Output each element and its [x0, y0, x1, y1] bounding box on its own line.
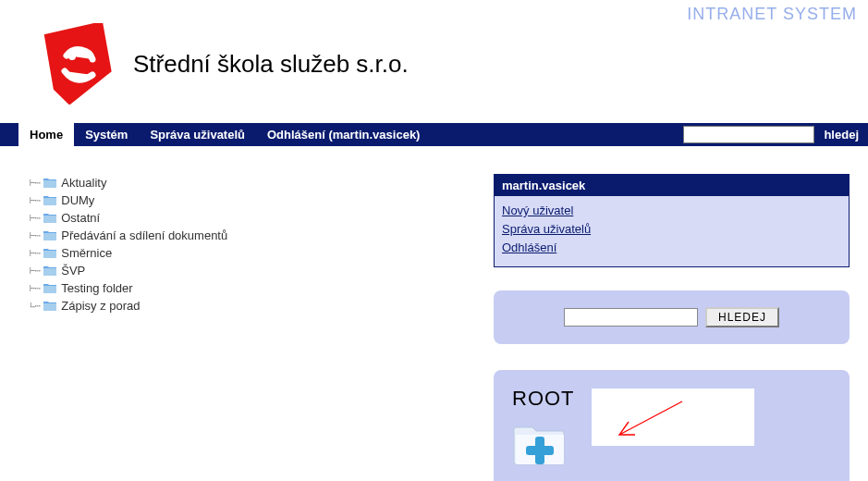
school-logo-icon	[39, 23, 113, 105]
left-column: ⊢⋯Aktuality ⊢⋯DUMy ⊢⋯Ostatní ⊢⋯Předávání…	[0, 174, 494, 481]
nav-user-admin[interactable]: Správa uživatelů	[139, 123, 256, 146]
arrow-icon	[608, 398, 691, 444]
folder-icon	[43, 178, 56, 188]
tree-connector-icon: ⊢⋯	[30, 212, 40, 224]
tree-connector-icon: ⊢⋯	[30, 265, 40, 277]
root-label: ROOT	[512, 387, 575, 411]
tree-item[interactable]: ⊢⋯DUMy	[30, 191, 494, 209]
folder-icon	[43, 195, 56, 205]
add-folder-button[interactable]	[512, 420, 575, 473]
tree-item[interactable]: ⊢⋯Testing folder	[30, 279, 494, 297]
right-column: martin.vasicek Nový uživatel Správa uživ…	[494, 174, 868, 481]
folder-icon	[43, 230, 56, 240]
svg-point-0	[68, 53, 76, 60]
tree-connector-icon: ⊢⋯	[30, 229, 40, 241]
tree-item-label: Testing folder	[61, 281, 132, 295]
tree-item-label: Předávání a sdílení dokumentů	[61, 228, 227, 242]
svg-rect-2	[526, 446, 554, 455]
user-box-username: martin.vasicek	[495, 175, 849, 196]
tree-item-label: Směrnice	[61, 246, 112, 260]
tree-item[interactable]: ⊢⋯Ostatní	[30, 209, 494, 227]
tree-connector-icon: ⊢⋯	[30, 177, 40, 189]
link-logout[interactable]: Odhlášení	[502, 239, 841, 257]
main-navbar: Home Systém Správa uživatelů Odhlášení (…	[0, 123, 868, 146]
tree-item[interactable]: ∟⋯Zápisy z porad	[30, 297, 494, 314]
tree-item-label: ŠVP	[61, 264, 85, 278]
tree-item-label: Zápisy z porad	[61, 299, 140, 313]
nav-system[interactable]: Systém	[74, 123, 139, 146]
nav-search-area: hledej	[683, 123, 868, 146]
folder-icon	[43, 301, 56, 311]
nav-home[interactable]: Home	[18, 123, 74, 146]
page-header: INTRANET SYSTEM Střední škola služeb s.r…	[0, 0, 868, 123]
tree-item-label: Ostatní	[61, 211, 100, 225]
root-panel: ROOT	[494, 370, 850, 481]
user-box: martin.vasicek Nový uživatel Správa uživ…	[494, 174, 850, 267]
search-panel: HLEDEJ	[494, 290, 850, 344]
add-folder-icon	[512, 420, 568, 470]
svg-line-3	[619, 401, 682, 435]
folder-icon	[43, 248, 56, 258]
search-input[interactable]	[564, 308, 698, 327]
nav-search-input[interactable]	[683, 126, 814, 143]
folder-icon	[43, 213, 56, 223]
folder-tree: ⊢⋯Aktuality ⊢⋯DUMy ⊢⋯Ostatní ⊢⋯Předávání…	[30, 174, 494, 314]
root-left: ROOT	[512, 387, 575, 473]
tree-connector-icon: ⊢⋯	[30, 282, 40, 294]
school-name: Střední škola služeb s.r.o.	[133, 50, 409, 79]
tree-connector-icon: ∟⋯	[30, 300, 40, 312]
link-new-user[interactable]: Nový uživatel	[502, 202, 841, 220]
tree-item-label: DUMy	[61, 193, 94, 207]
folder-icon	[43, 283, 56, 293]
nav-logout[interactable]: Odhlášení (martin.vasicek)	[256, 123, 431, 146]
tree-item[interactable]: ⊢⋯Předávání a sdílení dokumentů	[30, 227, 494, 244]
tree-connector-icon: ⊢⋯	[30, 194, 40, 206]
nav-search-button[interactable]: hledej	[814, 123, 868, 146]
tree-item[interactable]: ⊢⋯Směrnice	[30, 244, 494, 262]
tree-item[interactable]: ⊢⋯ŠVP	[30, 262, 494, 279]
system-label: INTRANET SYSTEM	[687, 5, 857, 24]
tree-item[interactable]: ⊢⋯Aktuality	[30, 174, 494, 191]
folder-icon	[43, 265, 56, 276]
root-row: ROOT	[512, 387, 831, 473]
search-button[interactable]: HLEDEJ	[705, 307, 779, 327]
annotation-box	[592, 388, 754, 446]
tree-connector-icon: ⊢⋯	[30, 247, 40, 259]
logo-area: Střední škola služeb s.r.o.	[39, 23, 409, 105]
user-box-body: Nový uživatel Správa uživatelů Odhlášení	[495, 196, 849, 266]
link-user-admin[interactable]: Správa uživatelů	[502, 220, 841, 239]
content-area: ⊢⋯Aktuality ⊢⋯DUMy ⊢⋯Ostatní ⊢⋯Předávání…	[0, 146, 868, 481]
tree-item-label: Aktuality	[61, 176, 106, 190]
